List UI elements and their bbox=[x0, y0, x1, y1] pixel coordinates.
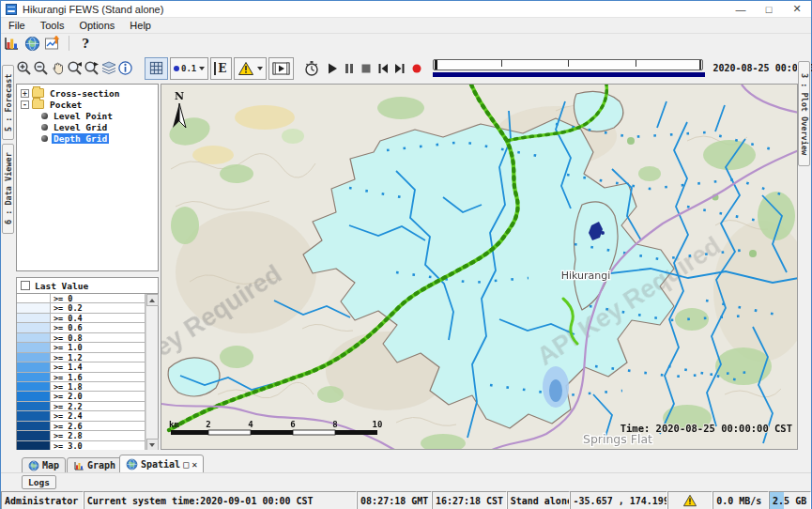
svg-text:10: 10 bbox=[373, 420, 383, 429]
legend-label: >= 2.8 bbox=[51, 431, 145, 440]
tab-map[interactable]: Map bbox=[22, 457, 66, 473]
north-label: N bbox=[175, 90, 184, 102]
legend-row[interactable]: >= 0.4 bbox=[17, 314, 145, 323]
tab-plot-overview[interactable]: 3 : Plot Overview bbox=[798, 61, 810, 166]
minimize-button[interactable]: — bbox=[727, 1, 755, 17]
status-warning-cell[interactable] bbox=[667, 491, 712, 509]
menu-help[interactable]: Help bbox=[122, 20, 159, 31]
legend-row[interactable]: >= 1.8 bbox=[17, 382, 145, 392]
legend-row[interactable]: >= 0.8 bbox=[17, 333, 145, 343]
close-button[interactable]: ✕ bbox=[783, 1, 811, 17]
legend-row[interactable]: >= 2.4 bbox=[17, 411, 145, 421]
zoom-in-button[interactable] bbox=[16, 57, 33, 80]
status-mode: Stand alone bbox=[507, 491, 570, 509]
record-button[interactable] bbox=[410, 57, 423, 80]
last-value-label: Last Value bbox=[35, 281, 88, 291]
play-button[interactable] bbox=[326, 57, 339, 80]
skip-to-end-button[interactable] bbox=[393, 57, 406, 80]
expand-icon[interactable]: + bbox=[21, 89, 29, 98]
svg-text:4: 4 bbox=[248, 420, 253, 429]
tree-item-pocket[interactable]: - Pocket bbox=[17, 99, 158, 110]
tab-close-icon[interactable]: ✕ bbox=[192, 459, 197, 470]
stop-button[interactable] bbox=[360, 57, 373, 80]
globe-icon bbox=[126, 458, 138, 470]
skip-to-start-button[interactable] bbox=[376, 57, 390, 80]
legend-row[interactable]: >= 2.0 bbox=[17, 392, 145, 401]
tab-graph[interactable]: Graph bbox=[67, 457, 122, 473]
timeseries-display-button[interactable] bbox=[1, 34, 22, 53]
grid-toggle-button[interactable] bbox=[145, 57, 168, 80]
help-button[interactable]: ? bbox=[75, 34, 96, 53]
stopwatch-button[interactable] bbox=[303, 57, 320, 80]
spatial-display-button[interactable] bbox=[22, 34, 42, 53]
zoom-next-button[interactable] bbox=[84, 57, 100, 80]
pause-button[interactable] bbox=[343, 57, 356, 80]
legend-label: >= 1.4 bbox=[51, 362, 145, 371]
tab-forecast[interactable]: 5 : Forecast bbox=[2, 65, 14, 140]
status-coordinates: -35.657 , 174.199 bbox=[570, 491, 668, 509]
point-icon bbox=[174, 66, 179, 71]
map-viewport[interactable]: API Key Required API Key Required bbox=[161, 84, 798, 450]
legend-row[interactable]: >= 1.4 bbox=[17, 362, 145, 372]
legend-swatch bbox=[17, 431, 51, 440]
menu-options[interactable]: Options bbox=[71, 20, 122, 31]
plot-arrow-icon bbox=[44, 35, 61, 52]
window-title: Hikurangi FEWS (Stand alone) bbox=[23, 4, 163, 15]
status-download-speed: 0.0 MB/s bbox=[712, 491, 769, 509]
toolbar-separator bbox=[69, 36, 69, 51]
left-tab-strip: 5 : Forecast 6 : Data Viewer bbox=[1, 54, 15, 491]
legend-row[interactable]: >= 2.2 bbox=[17, 402, 145, 411]
legend-scrollbar[interactable] bbox=[146, 294, 158, 451]
tab-spatial[interactable]: Spatial □ ✕ bbox=[119, 455, 204, 473]
last-value-checkbox[interactable] bbox=[21, 281, 30, 290]
scroll-up-button[interactable] bbox=[146, 294, 159, 306]
legend-row[interactable]: >= 0.2 bbox=[17, 303, 145, 313]
title-bar: Hikurangi FEWS (Stand alone) — □ ✕ bbox=[1, 1, 811, 18]
legend-row[interactable]: >= 2.6 bbox=[17, 422, 145, 431]
tree-item-level-grid[interactable]: Level Grid bbox=[17, 121, 158, 132]
menu-file[interactable]: File bbox=[1, 20, 33, 31]
legend-swatch bbox=[17, 392, 51, 400]
logs-button[interactable]: Logs bbox=[22, 475, 56, 489]
plot-overview-button[interactable] bbox=[42, 34, 63, 53]
legend-row[interactable]: >= 1.6 bbox=[17, 373, 145, 382]
barchart-icon bbox=[73, 460, 84, 471]
legend-label: >= 0 bbox=[51, 294, 145, 302]
legend-label: >= 1.2 bbox=[51, 353, 145, 362]
slider-tick bbox=[636, 60, 636, 67]
point-size-dropdown[interactable]: 0.1 bbox=[170, 57, 208, 80]
collapse-icon[interactable]: - bbox=[21, 100, 29, 109]
time-slider[interactable] bbox=[433, 59, 705, 77]
animation-button[interactable] bbox=[268, 57, 294, 80]
tab-maximize-icon[interactable]: □ bbox=[183, 459, 189, 470]
tree-item-depth-grid[interactable]: Depth Grid bbox=[17, 132, 158, 144]
status-local-time: 16:27:18 CST bbox=[432, 491, 507, 509]
status-bar: Administrator Current system time:2020-0… bbox=[1, 491, 811, 509]
logs-bar: Logs bbox=[1, 472, 811, 491]
scale-unit: km bbox=[169, 420, 179, 429]
maximize-button[interactable]: □ bbox=[755, 1, 783, 17]
info-button[interactable] bbox=[117, 57, 133, 80]
time-slider-thumb[interactable] bbox=[435, 60, 437, 69]
pan-button[interactable] bbox=[50, 57, 67, 80]
menu-bar: File Tools Options Help bbox=[1, 18, 811, 34]
legend-swatch bbox=[17, 362, 51, 371]
tab-data-viewer[interactable]: 6 : Data Viewer bbox=[2, 144, 14, 234]
zoom-previous-button[interactable] bbox=[67, 57, 84, 80]
legend-label: >= 1.6 bbox=[51, 373, 145, 381]
legend-row[interactable]: >= 1.0 bbox=[17, 343, 145, 352]
warning-icon bbox=[682, 494, 697, 507]
zoom-out-button[interactable] bbox=[33, 57, 50, 80]
legend-row[interactable]: >= 1.2 bbox=[17, 353, 145, 362]
time-slider-track[interactable] bbox=[433, 59, 703, 70]
menu-tools[interactable]: Tools bbox=[33, 20, 72, 31]
tree-item-level-point[interactable]: Level Point bbox=[17, 110, 158, 121]
warning-filter-dropdown[interactable] bbox=[234, 57, 267, 80]
legend-row[interactable]: >= 0 bbox=[17, 294, 145, 303]
status-gmt-time: 08:27:18 GMT bbox=[357, 491, 432, 509]
main-toolbar: ? bbox=[1, 34, 811, 53]
legend-row[interactable]: >= 0.6 bbox=[17, 323, 145, 332]
legend-row[interactable]: >= 2.8 bbox=[17, 431, 145, 440]
layers-button[interactable] bbox=[100, 57, 117, 80]
elevation-toggle-button[interactable]: E bbox=[210, 57, 232, 80]
